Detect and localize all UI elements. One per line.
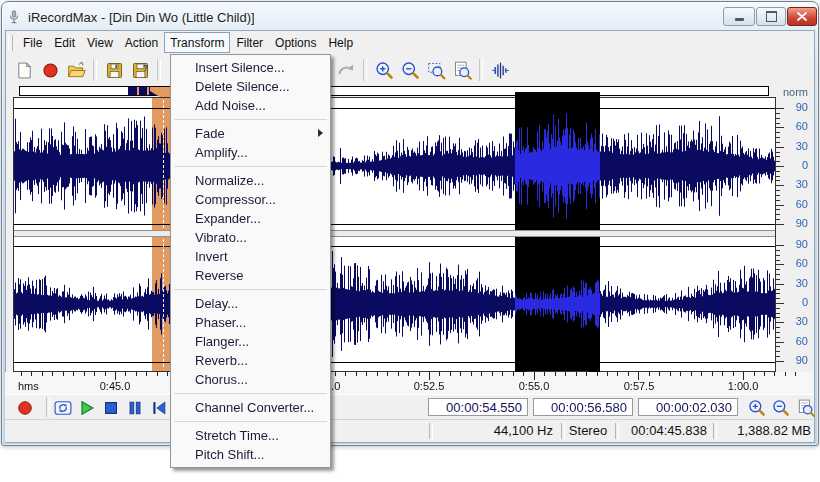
menu-separator xyxy=(174,119,327,120)
scale-value-label: 30 xyxy=(782,140,808,153)
transport-zoom-out-button[interactable] xyxy=(770,397,792,419)
selection-header-bar[interactable] xyxy=(515,92,600,99)
level-meter-button[interactable] xyxy=(488,58,512,82)
menu-item-vibrato[interactable]: Vibrato... xyxy=(171,228,330,247)
menu-item-delay[interactable]: Delay... xyxy=(171,294,330,313)
status-file-size: 1,388.82 MB xyxy=(703,423,811,439)
menubar-item-options[interactable]: Options xyxy=(269,32,322,53)
menu-item-normalize[interactable]: Normalize... xyxy=(171,171,330,190)
ruler-time-label: 0:52.5 xyxy=(414,380,445,392)
redo-button[interactable] xyxy=(334,58,358,82)
svg-text:?: ? xyxy=(142,62,147,72)
save-as-icon: ? xyxy=(130,60,151,81)
screen: iRecordMax - [Din Din Wo (Little Child)]… xyxy=(0,0,820,482)
toolbar-file-group: ? xyxy=(12,57,190,83)
save-button[interactable] xyxy=(102,58,126,82)
menubar-item-view[interactable]: View xyxy=(81,32,119,53)
menubar-item-filter[interactable]: Filter xyxy=(230,32,269,53)
transport-zoom-in-button[interactable] xyxy=(746,397,768,419)
menu-item-add-noise[interactable]: Add Noise... xyxy=(171,96,330,115)
menubar-item-file[interactable]: File xyxy=(17,32,48,53)
open-folder-icon xyxy=(66,60,87,81)
zoom-selection-icon xyxy=(426,60,447,81)
skip-start-button[interactable] xyxy=(148,397,170,419)
play-button[interactable] xyxy=(76,397,98,419)
menubar-item-edit[interactable]: Edit xyxy=(48,32,81,53)
waveform-display[interactable] xyxy=(14,98,775,371)
ruler-time-label: 0:45.0 xyxy=(100,380,131,392)
new-document-button[interactable] xyxy=(12,58,36,82)
menu-item-pitch-shift[interactable]: Pitch Shift... xyxy=(171,445,330,464)
menu-item-stretch-time[interactable]: Stretch Time... xyxy=(171,426,330,445)
scale-value-label: 90 xyxy=(782,354,808,367)
scale-value-label: 0 xyxy=(782,159,808,172)
zoom-selection-button[interactable] xyxy=(424,58,448,82)
menubar-item-help[interactable]: Help xyxy=(322,32,359,53)
menu-item-invert[interactable]: Invert xyxy=(171,247,330,266)
menu-item-channel-converter[interactable]: Channel Converter... xyxy=(171,398,330,417)
zoom-in-button[interactable] xyxy=(372,58,396,82)
menu-separator xyxy=(174,166,327,167)
new-document-icon xyxy=(14,60,35,81)
record-button[interactable] xyxy=(14,397,36,419)
scale-value-label: 90 xyxy=(782,101,808,114)
zoom-all-icon xyxy=(452,60,473,81)
status-sample-rate: 44,100 Hz xyxy=(437,423,553,439)
overview-bar[interactable] xyxy=(19,86,769,96)
zoom-all-button[interactable] xyxy=(450,58,474,82)
ruler-time-label: 1:00.0 xyxy=(728,380,759,392)
scale-value-label: 30 xyxy=(782,178,808,191)
status-separator xyxy=(429,423,433,439)
menu-item-delete-silence[interactable]: Delete Silence... xyxy=(171,77,330,96)
minimize-button[interactable] xyxy=(723,7,755,26)
toolbar-separator xyxy=(157,59,161,81)
menu-separator xyxy=(174,393,327,394)
submenu-arrow-icon xyxy=(318,129,323,137)
transport-zoom-all-button[interactable] xyxy=(795,397,817,419)
status-total-time: 00:04:45.838 xyxy=(603,423,707,439)
selection-end-display: 00:00:56.580 xyxy=(533,398,633,416)
open-folder-button[interactable] xyxy=(64,58,88,82)
menu-bar: FileEditViewActionTransformFilterOptions… xyxy=(8,32,359,53)
menu-item-phaser[interactable]: Phaser... xyxy=(171,313,330,332)
menubar-item-transform[interactable]: Transform xyxy=(164,32,230,53)
transport-separator xyxy=(46,397,50,417)
scale-value-label: 90 xyxy=(782,238,808,251)
menubar-grip xyxy=(8,35,13,51)
ruler-unit-label: hms xyxy=(18,380,39,392)
level-meter-icon xyxy=(490,60,511,81)
ruler-time-label: 0:57.5 xyxy=(624,380,655,392)
time-ruler[interactable]: hms 0:45.00:47.50:50.00:52.50:55.00:57.5… xyxy=(5,372,813,395)
zoom-in-icon xyxy=(374,60,395,81)
zoom-out-button[interactable] xyxy=(398,58,422,82)
record-button[interactable] xyxy=(38,58,62,82)
menu-item-expander[interactable]: Expander... xyxy=(171,209,330,228)
close-button[interactable] xyxy=(787,7,817,26)
menu-item-chorus[interactable]: Chorus... xyxy=(171,370,330,389)
menu-item-reverse[interactable]: Reverse xyxy=(171,266,330,285)
menu-item-insert-silence[interactable]: Insert Silence... xyxy=(171,58,330,77)
window-title: iRecordMax - [Din Din Wo (Little Child)] xyxy=(28,10,255,25)
menu-item-reverb[interactable]: Reverb... xyxy=(171,351,330,370)
save-as-button[interactable]: ? xyxy=(128,58,152,82)
scale-value-label: 60 xyxy=(782,257,808,270)
menubar-item-action[interactable]: Action xyxy=(119,32,164,53)
app-icon-microphone xyxy=(6,9,22,25)
transform-menu: Insert Silence...Delete Silence...Add No… xyxy=(170,54,331,468)
overview-marker-tick xyxy=(137,87,139,95)
scale-value-label: 60 xyxy=(782,335,808,348)
loop-button[interactable] xyxy=(52,397,74,419)
scale-value-label: 90 xyxy=(782,217,808,230)
ruler-ticks xyxy=(14,372,806,381)
pause-button[interactable] xyxy=(124,397,146,419)
maximize-button[interactable] xyxy=(756,7,786,26)
scale-value-label: 60 xyxy=(782,120,808,133)
menu-item-compressor[interactable]: Compressor... xyxy=(171,190,330,209)
ruler-time-label: 0:55.0 xyxy=(519,380,550,392)
menu-item-amplify[interactable]: Amplify... xyxy=(171,143,330,162)
menu-item-flanger[interactable]: Flanger... xyxy=(171,332,330,351)
stop-button[interactable] xyxy=(100,397,122,419)
record-icon xyxy=(40,60,61,81)
menu-item-fade[interactable]: Fade xyxy=(171,124,330,143)
scale-value-label: 0 xyxy=(782,296,808,309)
